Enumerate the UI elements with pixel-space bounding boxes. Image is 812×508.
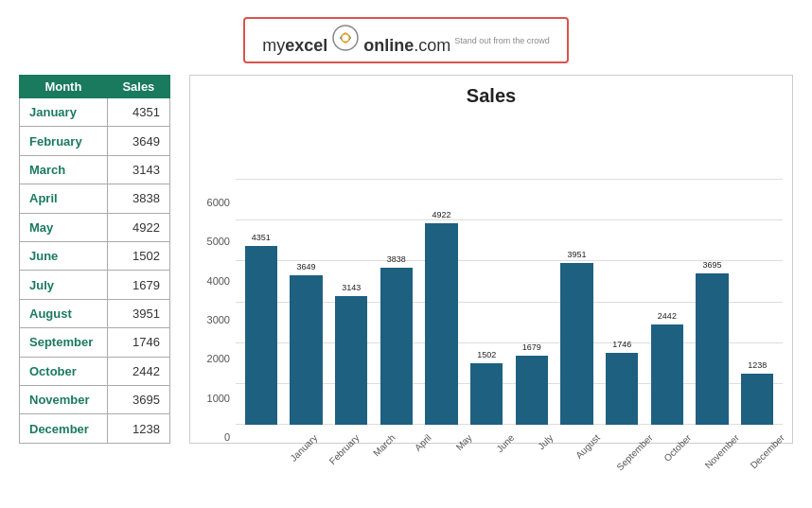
x-axis-label: October	[662, 432, 693, 464]
x-axis-label: September	[614, 432, 654, 472]
logo-icon	[332, 25, 359, 51]
x-labels: JanuaryFebruaryMarchAprilMayJuneJulyAugu…	[236, 425, 783, 443]
bar-value-label: 2442	[658, 311, 677, 321]
y-axis-label: 0	[224, 431, 230, 443]
table-cell-sales: 1746	[107, 328, 169, 357]
bar: 3143	[335, 296, 367, 425]
svg-point-1	[343, 35, 349, 42]
bar: 1746	[606, 353, 638, 425]
bar: 3695	[696, 273, 728, 425]
x-label-col: December	[735, 429, 779, 443]
y-axis-label: 4000	[207, 275, 230, 287]
table-cell-month: December	[20, 414, 108, 444]
table-cell-month: November	[20, 386, 108, 414]
x-label-col: February	[316, 429, 355, 443]
bars-wrapper: 4351364931433838492215021679395117462442…	[236, 179, 783, 443]
bar: 3951	[560, 263, 592, 425]
table-cell-sales: 2442	[107, 357, 169, 385]
bar: 2442	[651, 324, 683, 425]
bar-col: 3143	[329, 179, 373, 425]
bar: 1502	[470, 363, 503, 425]
bar: 4351	[245, 246, 277, 425]
y-axis-label: 3000	[207, 314, 230, 325]
table-cell-sales: 3838	[107, 184, 169, 213]
x-label-col: August	[560, 429, 599, 443]
bar-value-label: 4922	[432, 210, 451, 219]
table-cell-sales: 1238	[107, 414, 169, 444]
table-cell-sales: 1502	[107, 242, 169, 271]
bar-col: 3838	[375, 179, 418, 425]
bar-value-label: 1502	[477, 350, 496, 359]
table-cell-month: September	[20, 328, 108, 357]
table-cell-sales: 1679	[107, 271, 169, 299]
table-cell-month: March	[20, 155, 108, 184]
x-axis-label: June	[494, 432, 516, 454]
x-axis-label: January	[288, 432, 319, 464]
x-axis-label: August	[574, 432, 602, 461]
table-cell-sales: 3695	[107, 386, 169, 414]
table-cell-month: October	[20, 357, 108, 385]
x-label-col: July	[520, 429, 558, 443]
x-axis-label: April	[413, 432, 433, 453]
x-axis-label: December	[748, 432, 786, 470]
x-axis-label: July	[536, 432, 555, 451]
table-cell-month: February	[20, 127, 108, 155]
table-header-sales: Sales	[107, 76, 169, 98]
x-label-col: November	[690, 429, 733, 443]
bar-value-label: 4351	[252, 233, 271, 242]
table-cell-sales: 4351	[107, 98, 169, 127]
x-label-col: March	[357, 429, 396, 443]
bar: 3649	[290, 275, 322, 425]
bar-value-label: 1679	[522, 342, 541, 352]
bar-value-label: 1238	[748, 360, 767, 370]
bar-value-label: 1746	[612, 340, 631, 349]
y-axis-label: 1000	[207, 393, 230, 404]
grid-and-bars: 4351364931433838492215021679395117462442…	[236, 179, 783, 425]
bar: 3838	[380, 268, 413, 425]
bar-value-label: 3143	[342, 283, 361, 292]
data-table: Month Sales January4351February3649March…	[19, 75, 170, 444]
bars-row: 4351364931433838492215021679395117462442…	[236, 179, 783, 425]
bar: 1679	[516, 356, 548, 425]
table-cell-month: April	[20, 184, 108, 213]
logo-box: myexcel online.com Stand out from the cr…	[243, 17, 569, 63]
bar: 1238	[741, 374, 773, 425]
bar-value-label: 3951	[568, 250, 587, 259]
y-axis-label: 5000	[207, 236, 230, 247]
x-label-col: October	[649, 429, 688, 443]
x-axis-label: November	[702, 432, 740, 470]
x-axis-label: February	[327, 432, 362, 466]
x-label-col: January	[275, 429, 314, 443]
table-cell-month: May	[20, 213, 108, 241]
x-label-col: June	[479, 429, 518, 443]
bar: 4922	[425, 223, 457, 425]
table-cell-sales: 3951	[107, 299, 169, 327]
bar-col: 1502	[465, 179, 508, 425]
logo-tagline: Stand out from the crowd	[454, 36, 550, 45]
bar-value-label: 3649	[296, 262, 315, 272]
chart-title: Sales	[200, 85, 783, 107]
x-axis-label: May	[454, 432, 474, 452]
table-cell-sales: 3143	[107, 155, 169, 184]
table-cell-sales: 4922	[107, 213, 169, 241]
chart-container: Sales 0100020003000400050006000 43513649…	[189, 75, 793, 444]
chart-area: 0100020003000400050006000 43513649314338…	[200, 114, 783, 443]
bar-col: 4351	[239, 179, 283, 425]
x-label-col: May	[438, 429, 477, 443]
main-content: Month Sales January4351February3649March…	[0, 75, 812, 444]
table-cell-month: January	[20, 98, 108, 127]
bar-col: 3695	[691, 179, 734, 425]
x-label-col: April	[397, 429, 436, 443]
table-header-month: Month	[20, 76, 108, 98]
bar-col: 4922	[420, 179, 464, 425]
table-cell-month: June	[20, 242, 108, 271]
table-cell-month: August	[20, 299, 108, 327]
bar-value-label: 3838	[387, 254, 406, 264]
y-axis-label: 6000	[207, 197, 230, 208]
bar-value-label: 3695	[703, 260, 722, 270]
bar-col: 1746	[600, 179, 644, 425]
x-label-col: September	[601, 429, 647, 443]
bar-col: 1679	[510, 179, 554, 425]
y-axis-label: 2000	[207, 353, 230, 364]
bar-col: 1238	[735, 179, 779, 425]
